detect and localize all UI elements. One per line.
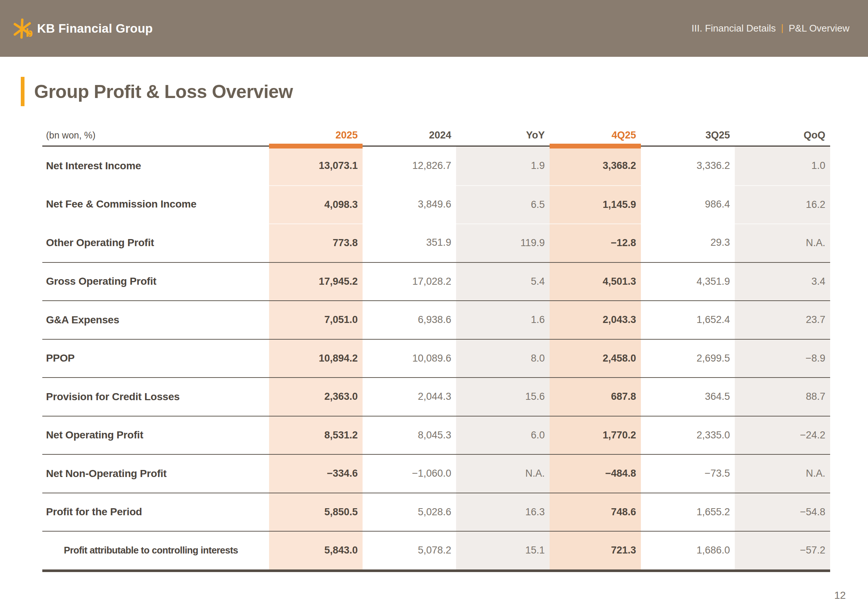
cell-3q25: 2,335.0 xyxy=(641,417,735,454)
table-row: Profit for the Period5,850.55,028.616.37… xyxy=(42,493,830,531)
cell-2025: 773.8 xyxy=(269,223,363,262)
cell-3q25: 364.5 xyxy=(641,378,735,416)
cell-3q25: 4,351.9 xyxy=(641,263,735,301)
column-header-qoq: QoQ xyxy=(735,125,830,146)
cell-yoy: 15.1 xyxy=(456,532,550,569)
top-header-bar: b KB Financial Group III. Financial Deta… xyxy=(0,0,868,57)
cell-qoq: −54.8 xyxy=(735,493,830,531)
cell-yoy: 8.0 xyxy=(456,340,550,378)
cell-4q25: 2,043.3 xyxy=(550,301,641,339)
column-header-2025: 2025 xyxy=(269,125,363,146)
cell-2024: 351.9 xyxy=(363,223,456,262)
cell-2024: 17,028.2 xyxy=(363,263,456,301)
cell-qoq: 16.2 xyxy=(735,185,830,224)
row-label: Net Fee & Commission Income xyxy=(42,185,269,224)
cell-3q25: 29.3 xyxy=(641,223,735,262)
cell-2025: 8,531.2 xyxy=(269,417,363,454)
cell-3q25: 1,655.2 xyxy=(641,493,735,531)
table-row: Profit attributable to controlling inter… xyxy=(42,531,830,569)
cell-yoy: 5.4 xyxy=(456,263,550,301)
cell-2025: 5,843.0 xyxy=(269,532,363,569)
cell-2025: 5,850.5 xyxy=(269,493,363,531)
cell-qoq: 88.7 xyxy=(735,378,830,416)
cell-qoq: N.A. xyxy=(735,223,830,262)
title-accent-bar xyxy=(21,77,25,106)
row-label: PPOP xyxy=(42,340,269,378)
table-header-row: (bn won, %) 20252024YoY4Q253Q25QoQ xyxy=(42,125,830,147)
cell-2025: 10,894.2 xyxy=(269,340,363,378)
cell-yoy: 1.9 xyxy=(456,147,550,185)
cell-yoy: N.A. xyxy=(456,455,550,493)
cell-3q25: 3,336.2 xyxy=(641,147,735,185)
row-label: Net Interest Income xyxy=(42,147,269,185)
cell-2024: 2,044.3 xyxy=(363,378,456,416)
logo-wordmark: KB Financial Group xyxy=(37,22,153,36)
table-row: Net Interest Income13,073.112,826.71.93,… xyxy=(42,147,830,185)
cell-2024: 3,849.6 xyxy=(363,185,456,224)
row-label: Other Operating Profit xyxy=(42,223,269,262)
cell-yoy: 119.9 xyxy=(456,223,550,262)
cell-2024: 5,078.2 xyxy=(363,532,456,569)
cell-2024: 12,826.7 xyxy=(363,147,456,185)
cell-yoy: 1.6 xyxy=(456,301,550,339)
row-label: Profit attributable to controlling inter… xyxy=(42,532,269,569)
cell-2024: 10,089.6 xyxy=(363,340,456,378)
row-label: Net Non-Operating Profit xyxy=(42,455,269,493)
cell-4q25: −484.8 xyxy=(550,455,641,493)
table-row: G&A Expenses7,051.06,938.61.62,043.31,65… xyxy=(42,300,830,339)
table-row: Net Non-Operating Profit−334.6−1,060.0N.… xyxy=(42,454,830,493)
cell-qoq: 1.0 xyxy=(735,147,830,185)
row-label: G&A Expenses xyxy=(42,301,269,339)
cell-4q25: 1,145.9 xyxy=(550,185,641,224)
cell-qoq: 23.7 xyxy=(735,301,830,339)
table-row: Net Fee & Commission Income4,098.33,849.… xyxy=(42,185,830,224)
row-label: Gross Operating Profit xyxy=(42,263,269,301)
cell-4q25: 4,501.3 xyxy=(550,263,641,301)
column-header-4q25: 4Q25 xyxy=(550,125,641,146)
page-number: 12 xyxy=(834,589,846,602)
cell-2025: 7,051.0 xyxy=(269,301,363,339)
cell-4q25: −12.8 xyxy=(550,223,641,262)
cell-4q25: 1,770.2 xyxy=(550,417,641,454)
title-block: Group Profit & Loss Overview xyxy=(21,77,293,106)
column-header-yoy: YoY xyxy=(456,125,550,146)
kb-logo: b KB Financial Group xyxy=(13,17,153,40)
cell-2024: 8,045.3 xyxy=(363,417,456,454)
cell-qoq: −8.9 xyxy=(735,340,830,378)
cell-yoy: 6.0 xyxy=(456,417,550,454)
cell-2025: 2,363.0 xyxy=(269,378,363,416)
table-row: PPOP10,894.210,089.68.02,458.02,699.5−8.… xyxy=(42,339,830,378)
table-row: Net Operating Profit8,531.28,045.36.01,7… xyxy=(42,416,830,454)
table-row: Provision for Credit Losses2,363.02,044.… xyxy=(42,377,830,416)
cell-2025: −334.6 xyxy=(269,455,363,493)
column-header-2024: 2024 xyxy=(363,125,456,146)
cell-2025: 17,945.2 xyxy=(269,263,363,301)
cell-2024: −1,060.0 xyxy=(363,455,456,493)
cell-3q25: −73.5 xyxy=(641,455,735,493)
breadcrumb-separator: | xyxy=(781,22,783,34)
cell-2025: 13,073.1 xyxy=(269,147,363,185)
cell-4q25: 748.6 xyxy=(550,493,641,531)
table-body: Net Interest Income13,073.112,826.71.93,… xyxy=(42,147,830,572)
cell-yoy: 15.6 xyxy=(456,378,550,416)
row-label: Provision for Credit Losses xyxy=(42,378,269,416)
column-header-3q25: 3Q25 xyxy=(641,125,735,146)
cell-4q25: 721.3 xyxy=(550,532,641,569)
breadcrumb: III. Financial Details | P&L Overview xyxy=(692,23,849,34)
table-row: Other Operating Profit773.8351.9119.9−12… xyxy=(42,223,830,262)
breadcrumb-page: P&L Overview xyxy=(789,23,849,34)
column-accent-2025 xyxy=(269,144,363,149)
column-accent-4q25 xyxy=(550,144,641,149)
cell-3q25: 1,686.0 xyxy=(641,532,735,569)
cell-4q25: 2,458.0 xyxy=(550,340,641,378)
cell-qoq: N.A. xyxy=(735,455,830,493)
breadcrumb-section: III. Financial Details xyxy=(692,23,776,34)
table-row: Gross Operating Profit17,945.217,028.25.… xyxy=(42,262,830,301)
cell-2025: 4,098.3 xyxy=(269,185,363,224)
page-title: Group Profit & Loss Overview xyxy=(34,81,293,102)
cell-2024: 5,028.6 xyxy=(363,493,456,531)
cell-4q25: 3,368.2 xyxy=(550,147,641,185)
cell-3q25: 986.4 xyxy=(641,185,735,224)
row-label: Net Operating Profit xyxy=(42,417,269,454)
cell-3q25: 2,699.5 xyxy=(641,340,735,378)
